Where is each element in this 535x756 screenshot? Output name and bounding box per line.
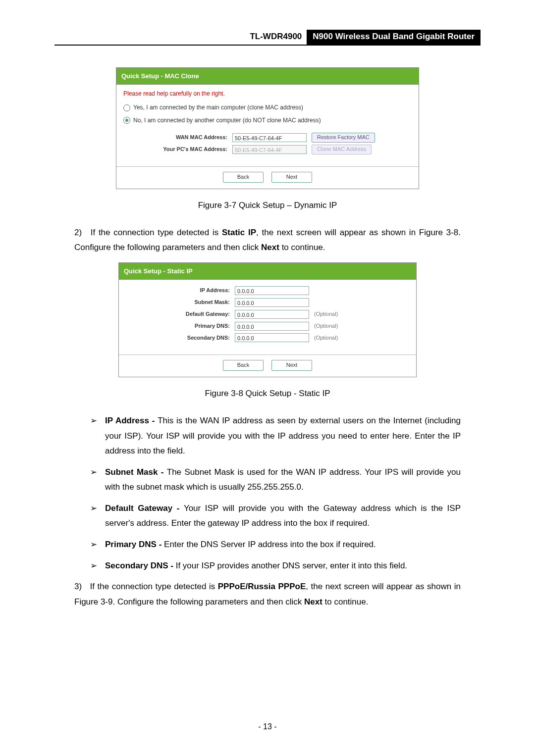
model-label: TL-WDR4900: [245, 30, 307, 45]
bullet-mark-icon: ➢: [89, 558, 105, 574]
bullet-mark-icon: ➢: [89, 413, 105, 459]
page-number: - 13 -: [0, 722, 535, 731]
bullet-text: IP Address - This is the WAN IP address …: [105, 413, 461, 459]
panel-nav: Back Next: [116, 166, 419, 189]
wan-mac-input[interactable]: 50-E5-49-C7-64-4F: [232, 133, 307, 142]
panel-nav: Back Next: [119, 354, 416, 377]
bullet-item: ➢Default Gateway - Your ISP will provide…: [89, 501, 461, 531]
next-button[interactable]: Next: [271, 360, 312, 371]
figure-3-7: Quick Setup - MAC Clone Please read help…: [74, 67, 461, 189]
back-button[interactable]: Back: [223, 172, 264, 183]
bullet-item: ➢IP Address - This is the WAN IP address…: [89, 413, 461, 459]
restore-mac-button[interactable]: Restore Factory MAC: [312, 133, 375, 143]
step-2-paragraph: 2) If the connection type detected is St…: [74, 225, 461, 255]
clone-mac-button: Clone MAC Address: [312, 145, 372, 154]
radio-no-row[interactable]: No, I am connected by another computer (…: [123, 115, 412, 126]
list-number: 3): [74, 579, 87, 595]
form-row: Default Gateway:0.0.0.0(Optional): [126, 309, 409, 319]
optional-hint: (Optional): [314, 333, 338, 343]
next-button[interactable]: Next: [271, 172, 312, 183]
form-row: Subnet Mask:0.0.0.0: [126, 298, 409, 307]
radio-yes-row[interactable]: Yes, I am connected by the main computer…: [123, 102, 412, 113]
figure-3-8: Quick Setup - Static IP IP Address:0.0.0…: [74, 262, 461, 377]
field-label: IP Address:: [126, 286, 235, 296]
mac-clone-panel: Quick Setup - MAC Clone Please read help…: [116, 67, 419, 189]
panel-title: Quick Setup - Static IP: [119, 263, 416, 280]
bullet-text: Default Gateway - Your ISP will provide …: [105, 501, 461, 531]
radio-yes-label: Yes, I am connected by the main computer…: [133, 102, 303, 113]
field-input[interactable]: 0.0.0.0: [235, 322, 309, 331]
product-title: N900 Wireless Dual Band Gigabit Router: [307, 30, 481, 45]
static-ip-panel: Quick Setup - Static IP IP Address:0.0.0…: [118, 262, 417, 377]
field-input[interactable]: 0.0.0.0: [235, 298, 309, 307]
bullet-text: Subnet Mask - The Subnet Mask is used fo…: [105, 465, 461, 495]
step-3-paragraph: 3) If the connection type detected is PP…: [74, 579, 461, 609]
page-content: Quick Setup - MAC Clone Please read help…: [54, 46, 481, 609]
manual-page: TL-WDR4900 N900 Wireless Dual Band Gigab…: [0, 0, 535, 756]
field-descriptions: ➢IP Address - This is the WAN IP address…: [74, 413, 461, 573]
field-input[interactable]: 0.0.0.0: [235, 333, 309, 342]
page-header: TL-WDR4900 N900 Wireless Dual Band Gigab…: [54, 30, 481, 46]
bullet-item: ➢Subnet Mask - The Subnet Mask is used f…: [89, 465, 461, 495]
optional-hint: (Optional): [314, 309, 338, 319]
panel-title: Quick Setup - MAC Clone: [116, 68, 419, 85]
field-input[interactable]: 0.0.0.0: [235, 286, 309, 295]
bullet-item: ➢Primary DNS - Enter the DNS Server IP a…: [89, 537, 461, 553]
list-number: 2): [74, 225, 87, 241]
form-row: Secondary DNS:0.0.0.0(Optional): [126, 333, 409, 343]
bullet-item: ➢Secondary DNS - If your ISP provides an…: [89, 558, 461, 574]
radio-icon: [123, 117, 130, 124]
field-label: Subnet Mask:: [126, 298, 235, 307]
wan-mac-label: WAN MAC Address:: [123, 133, 232, 143]
help-note: Please read help carefully on the right.: [123, 89, 412, 100]
bullet-mark-icon: ➢: [89, 537, 105, 553]
bullet-text: Primary DNS - Enter the DNS Server IP ad…: [105, 537, 461, 553]
back-button[interactable]: Back: [223, 360, 264, 371]
figure-3-8-caption: Figure 3-8 Quick Setup - Static IP: [74, 386, 461, 402]
form-row: Primary DNS:0.0.0.0(Optional): [126, 321, 409, 331]
form-row: IP Address:0.0.0.0: [126, 286, 409, 296]
bullet-mark-icon: ➢: [89, 465, 105, 495]
bullet-text: Secondary DNS - If your ISP provides ano…: [105, 558, 461, 574]
field-input[interactable]: 0.0.0.0: [235, 310, 309, 319]
pc-mac-label: Your PC's MAC Address:: [123, 145, 232, 154]
radio-icon: [123, 104, 130, 111]
optional-hint: (Optional): [314, 321, 338, 331]
bullet-mark-icon: ➢: [89, 501, 105, 531]
field-label: Secondary DNS:: [126, 333, 235, 343]
field-label: Default Gateway:: [126, 309, 235, 319]
pc-mac-input: 50-E5-49-C7-64-4F: [232, 145, 307, 154]
figure-3-7-caption: Figure 3-7 Quick Setup – Dynamic IP: [74, 198, 461, 213]
field-label: Primary DNS:: [126, 321, 235, 331]
radio-no-label: No, I am connected by another computer (…: [133, 115, 321, 126]
